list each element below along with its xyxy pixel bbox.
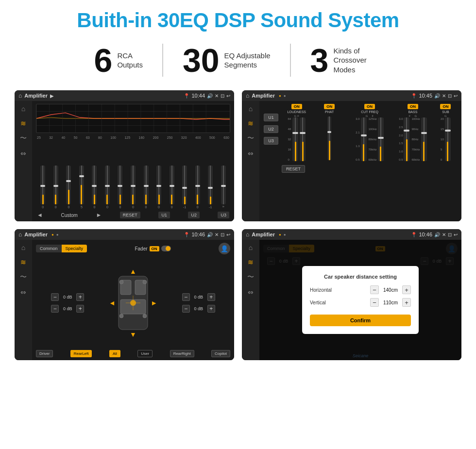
profile-icon[interactable]: 👤 (219, 243, 230, 254)
sub-g-slider[interactable] (445, 117, 451, 161)
fader-sidebar-wave[interactable]: 〜 (20, 273, 27, 282)
copilot-btn[interactable]: Copilot (211, 350, 230, 357)
eq-back-btn[interactable]: ◄ (37, 212, 43, 218)
dist-sidebar-home[interactable]: ⌂ (249, 244, 253, 251)
fader-sidebar-home[interactable]: ⌂ (21, 244, 25, 251)
eq-slider-2[interactable]: 0 (50, 166, 62, 209)
sub-on-btn[interactable]: ON (440, 104, 451, 109)
amp-window-icon[interactable]: ⊡ (448, 93, 452, 99)
rearright-btn[interactable]: RearRight (170, 350, 194, 357)
arrow-left[interactable]: ◄ (109, 299, 116, 307)
close-icon[interactable]: ✕ (215, 93, 219, 99)
eq-u1-btn[interactable]: U1 (158, 212, 170, 218)
fader-home-icon[interactable]: ⌂ (18, 231, 22, 238)
eq-slider-5[interactable]: 0 (88, 166, 101, 209)
fader-back-icon[interactable]: ↩ (226, 232, 230, 237)
eq-slider-12[interactable]: -1 (179, 166, 191, 209)
driver-btn[interactable]: Driver (36, 350, 53, 357)
amp-u2-btn[interactable]: U2 (264, 125, 278, 133)
amp-home-icon[interactable]: ⌂ (246, 92, 249, 99)
front-right-plus[interactable]: + (207, 293, 215, 301)
eq-slider-13[interactable]: 0 (191, 166, 204, 209)
amp-back-icon[interactable]: ↩ (454, 93, 458, 99)
loudness-on-btn[interactable]: ON (291, 104, 302, 109)
bass-g-slider[interactable] (421, 117, 427, 161)
dist-back-icon[interactable]: ↩ (454, 232, 458, 237)
fader-close-icon[interactable]: ✕ (215, 232, 219, 237)
confirm-btn[interactable]: Confirm (310, 315, 411, 326)
rear-right-plus[interactable]: + (207, 305, 215, 313)
eq-slider-8[interactable]: 0 (127, 166, 139, 209)
vertical-plus[interactable]: + (402, 298, 411, 307)
dist-home-icon[interactable]: ⌂ (246, 231, 249, 238)
vertical-minus[interactable]: − (370, 298, 379, 307)
eq-slider-14[interactable]: -1 (204, 166, 217, 209)
eq-u3-btn[interactable]: U3 (218, 212, 229, 218)
eq-status-left: ⌂ Amplifier ▶ (18, 92, 54, 99)
front-left-minus[interactable]: − (51, 293, 59, 301)
tab-common[interactable]: Common (36, 245, 62, 252)
rear-right-minus[interactable]: − (182, 305, 190, 313)
eq-sidebar-arrows[interactable]: ⇔ (20, 150, 26, 157)
eq-slider-7[interactable]: 0 (114, 166, 126, 209)
tab-specialty[interactable]: Specialty (62, 245, 87, 252)
phat-on-btn[interactable]: ON (324, 104, 335, 109)
user-btn[interactable]: User (137, 350, 153, 357)
window-icon[interactable]: ⊡ (221, 93, 224, 99)
rear-left-minus[interactable]: − (51, 305, 59, 313)
fader-window-icon[interactable]: ⊡ (221, 232, 224, 237)
eq-sidebar-wave[interactable]: 〜 (20, 134, 27, 143)
dist-main-area: Common Specialty ON 👤 − 0 dB (259, 240, 461, 360)
rear-left-plus[interactable]: + (76, 305, 84, 313)
eq-slider-10[interactable]: 0 (153, 166, 165, 209)
amp-u1-btn[interactable]: U1 (264, 114, 278, 121)
eq-slider-1[interactable]: 0 (37, 166, 49, 209)
front-left-plus[interactable]: + (76, 293, 84, 301)
dist-close-icon[interactable]: ✕ (442, 232, 446, 237)
eq-slider-3[interactable]: 0 (63, 166, 75, 209)
eq-slider-6[interactable]: 0 (102, 166, 114, 209)
arrow-right[interactable]: ► (151, 299, 157, 307)
phat-v-slider[interactable] (327, 116, 331, 160)
horizontal-minus[interactable]: − (370, 285, 379, 294)
cutfreq-on-btn[interactable]: ON (364, 104, 375, 109)
bass-on-btn[interactable]: ON (408, 104, 418, 109)
bass-f-slider[interactable] (404, 117, 409, 161)
eq-next-icon[interactable]: » (222, 204, 224, 209)
arrow-down[interactable]: ▼ (130, 331, 136, 338)
eq-play-btn[interactable]: ► (96, 212, 102, 218)
eq-slider-9[interactable]: 0 (140, 166, 152, 209)
eq-sidebar-eq[interactable]: ≋ (20, 119, 26, 127)
eq-u2-btn[interactable]: U2 (188, 212, 200, 218)
arrow-up[interactable]: ▲ (130, 267, 136, 275)
fader-toggle[interactable] (161, 246, 171, 251)
fader-sidebar-eq[interactable]: ≋ (20, 258, 26, 266)
dist-sidebar-eq[interactable]: ≋ (248, 258, 254, 266)
eq-slider-11[interactable]: 0 (166, 166, 178, 209)
dist-window-icon[interactable]: ⊡ (448, 232, 452, 237)
home-icon[interactable]: ⌂ (18, 92, 22, 99)
eq-reset-btn[interactable]: RESET (120, 212, 140, 218)
amp-close-icon[interactable]: ✕ (442, 93, 446, 99)
amp-u3-btn[interactable]: U3 (264, 137, 278, 145)
back-icon[interactable]: ↩ (226, 93, 230, 99)
horizontal-plus[interactable]: + (402, 285, 411, 294)
dist-sidebar-arrows[interactable]: ⇔ (248, 288, 254, 296)
fader-sidebar-arrows[interactable]: ⇔ (20, 288, 26, 296)
cutfreq-f-slider[interactable] (378, 117, 384, 161)
all-btn[interactable]: All (109, 350, 120, 357)
front-right-minus[interactable]: − (182, 293, 190, 301)
amp-sidebar-home[interactable]: ⌂ (249, 105, 253, 113)
cutfreq-g-slider[interactable] (361, 117, 367, 161)
loudness-f-slider[interactable] (300, 117, 306, 161)
amp-sidebar-wave[interactable]: 〜 (247, 134, 254, 143)
eq-slider-15[interactable]: » (217, 166, 229, 209)
amp-reset-btn[interactable]: RESET (282, 165, 305, 173)
eq-sidebar-home[interactable]: ⌂ (21, 105, 25, 113)
eq-slider-4[interactable]: 5 (76, 166, 88, 209)
loudness-g-slider[interactable] (292, 117, 298, 161)
dist-sidebar-wave[interactable]: 〜 (247, 273, 254, 282)
amp-sidebar-eq[interactable]: ≋ (248, 119, 254, 127)
rearleft-btn[interactable]: RearLeft (70, 350, 92, 357)
amp-sidebar-arrows[interactable]: ⇔ (248, 150, 254, 157)
